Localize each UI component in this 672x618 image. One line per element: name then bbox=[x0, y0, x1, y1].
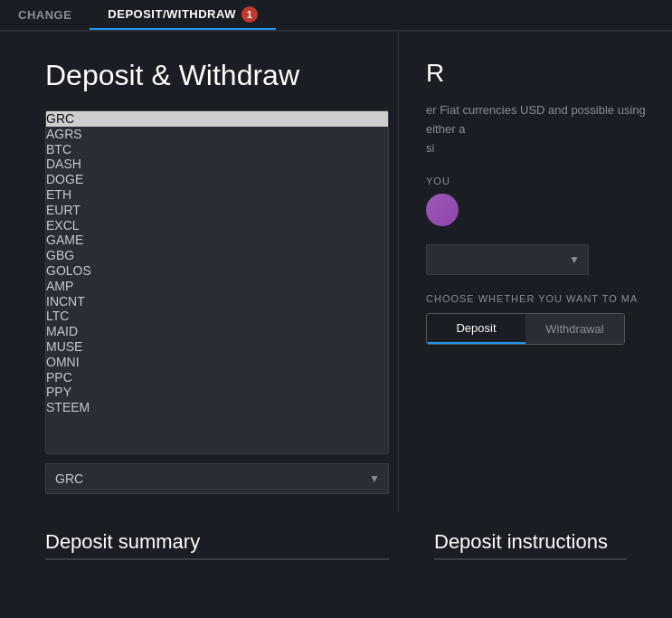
left-panel: Deposit & Withdraw GRCAGRSBTCDASHDOGEETH… bbox=[0, 32, 398, 512]
deposit-instructions-section: Deposit instructions bbox=[389, 530, 627, 560]
deposit-instructions-divider bbox=[434, 558, 627, 560]
deposit-withdrawal-toggle: Deposit Withdrawal bbox=[426, 313, 625, 345]
deposit-summary-divider bbox=[45, 558, 389, 560]
tab-deposit-withdraw[interactable]: DEPOSIT/WITHDRAW 1 bbox=[90, 0, 276, 30]
right-dropdown-wrapper: ▼ bbox=[426, 244, 589, 275]
withdrawal-toggle-button[interactable]: Withdrawal bbox=[525, 314, 624, 344]
deposit-summary-title: Deposit summary bbox=[45, 530, 389, 554]
deposit-toggle-button[interactable]: Deposit bbox=[427, 314, 525, 344]
main-content: Deposit & Withdraw GRCAGRSBTCDASHDOGEETH… bbox=[0, 32, 672, 512]
deposit-instructions-title: Deposit instructions bbox=[434, 530, 627, 554]
you-label: YOU bbox=[426, 176, 654, 186]
tab-change-label: CHANGE bbox=[18, 8, 71, 22]
right-dropdown[interactable] bbox=[426, 244, 589, 275]
bottom-titles-row: Deposit summary Deposit instructions bbox=[0, 512, 672, 560]
currency-listbox-container: GRCAGRSBTCDASHDOGEETHEURTEXCLGAMEGBGGOLO… bbox=[45, 110, 389, 454]
currency-select[interactable]: GRCAGRSBTCDASHDOGEETHEURTEXCLGAMEGBGGOLO… bbox=[45, 463, 389, 494]
choose-label: CHOOSE WHETHER YOU WANT TO MA bbox=[426, 293, 654, 304]
right-panel-description: er Fiat currencies USD and possible usin… bbox=[426, 101, 654, 157]
deposit-summary-section: Deposit summary bbox=[45, 530, 389, 560]
currency-listbox[interactable]: GRCAGRSBTCDASHDOGEETHEURTEXCLGAMEGBGGOLO… bbox=[45, 110, 389, 454]
right-panel: R er Fiat currencies USD and possible us… bbox=[398, 32, 672, 512]
tab-deposit-withdraw-label: DEPOSIT/WITHDRAW bbox=[108, 7, 236, 21]
currency-select-wrapper: GRCAGRSBTCDASHDOGEETHEURTEXCLGAMEGBGGOLO… bbox=[45, 463, 389, 494]
notification-badge: 1 bbox=[241, 6, 258, 23]
top-nav: CHANGE DEPOSIT/WITHDRAW 1 bbox=[0, 0, 672, 32]
avatar-area bbox=[426, 194, 654, 226]
avatar bbox=[426, 194, 459, 226]
page-title: Deposit & Withdraw bbox=[45, 59, 380, 92]
tab-change[interactable]: CHANGE bbox=[0, 0, 90, 30]
right-panel-title: R bbox=[426, 59, 654, 88]
